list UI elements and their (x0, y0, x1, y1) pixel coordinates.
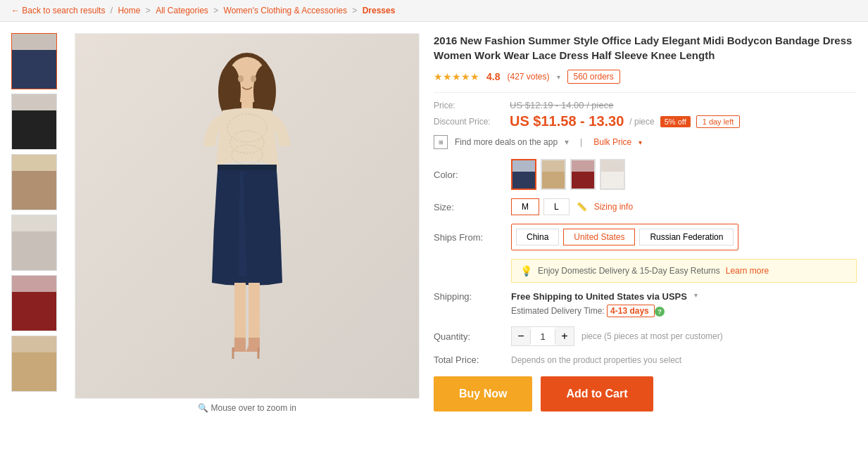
size-m-button[interactable]: M (511, 198, 539, 215)
action-buttons: Buy Now Add to Cart (434, 376, 857, 411)
quantity-label: Quantity: (434, 331, 504, 342)
off-badge: 5% off (660, 116, 691, 127)
svg-point-14 (251, 75, 256, 82)
breadcrumb: ← Back to search results / Home > All Ca… (0, 0, 868, 22)
per-piece: / piece (629, 117, 654, 127)
price-section: Price: US $12.19 - 14.00 / piece Discoun… (434, 92, 857, 149)
svg-point-13 (238, 75, 244, 82)
main-image-section: Mouse over to zoom in (75, 33, 420, 413)
est-delivery-label: Estimated Delivery Time: (511, 306, 605, 316)
domestic-delivery-banner: 💡 Enjoy Domestic Delivery & 15-Day Easy … (511, 259, 857, 283)
app-deals-row: ⊞ Find more deals on the app ▾ | Bulk Pr… (434, 135, 857, 149)
estimated-delivery-row: Estimated Delivery Time: 4-13 days ? (511, 306, 857, 317)
orders-badge: 560 orders (567, 70, 620, 84)
main-price: US $11.58 - 13.30 (510, 113, 624, 129)
separator: > (213, 6, 220, 15)
color-swatch-white[interactable] (600, 159, 625, 190)
color-swatches (511, 159, 625, 190)
star-rating: ★★★★★ (434, 71, 479, 82)
total-price-row: Total Price: Depends on the product prop… (434, 355, 857, 365)
ship-us-button[interactable]: United States (563, 229, 635, 245)
separator: > (352, 6, 359, 15)
thumbnail-2[interactable] (11, 94, 57, 150)
zoom-hint: Mouse over to zoom in (75, 403, 420, 413)
ship-china-button[interactable]: China (516, 229, 559, 245)
svg-rect-9 (234, 283, 246, 339)
thumbnail-1[interactable] (11, 33, 57, 89)
category-link[interactable]: Women's Clothing & Accessories (224, 6, 347, 15)
bulk-price-arrow: ▾ (639, 139, 642, 146)
app-deal-text: Find more deals on the app (455, 137, 558, 147)
color-swatch-beige[interactable] (541, 159, 566, 190)
ships-from-buttons: China United States Russian Federation (511, 224, 738, 250)
ships-from-row: Ships From: China United States Russian … (434, 224, 857, 250)
discount-price-row: Discount Price: US $11.58 - 13.30 / piec… (434, 113, 857, 129)
dropdown-arrow-icon: ▾ (565, 137, 569, 147)
separator: / (111, 6, 115, 15)
total-value: Depends on the product properties you se… (511, 355, 681, 365)
thumbnail-6[interactable] (11, 336, 57, 392)
shipping-value: Free Shipping to United States via USPS (511, 291, 687, 302)
price-label: Price: (434, 101, 504, 110)
domestic-text: Enjoy Domestic Delivery & 15-Day Easy Re… (538, 266, 720, 276)
size-row: Size: M L 📏 Sizing info (434, 198, 857, 215)
total-label: Total Price: (434, 355, 504, 365)
delivery-time: 4-13 days (610, 306, 649, 316)
thumbnail-list (11, 33, 61, 413)
page-content: Mouse over to zoom in 2016 New Fashion S… (0, 22, 868, 424)
quantity-value: 1 (530, 329, 555, 344)
bulb-icon: 💡 (520, 265, 532, 276)
product-title: 2016 New Fashion Summer Style Office Lad… (434, 33, 857, 63)
color-row: Color: (434, 159, 857, 190)
sizing-info-link[interactable]: Sizing info (594, 202, 633, 212)
quantity-increase-button[interactable]: + (555, 327, 574, 345)
rating-row: ★★★★★ 4.8 (427 votes) ▾ 560 orders (434, 70, 857, 84)
back-arrow-icon: ← (11, 6, 20, 15)
current-page: Dresses (363, 6, 396, 15)
buy-now-button[interactable]: Buy Now (434, 376, 532, 411)
votes-link[interactable]: (427 votes) (507, 72, 549, 82)
size-buttons: M L (511, 198, 570, 215)
back-to-results-link[interactable]: ← Back to search results (11, 6, 108, 15)
dropdown-arrow-icon: ▾ (557, 73, 560, 81)
thumbnail-3[interactable] (11, 154, 57, 210)
learn-more-link[interactable]: Learn more (726, 266, 769, 276)
bulk-price-link[interactable]: Bulk Price (593, 137, 631, 147)
color-swatch-navy[interactable] (511, 159, 536, 190)
product-details: 2016 New Fashion Summer Style Office Lad… (434, 33, 857, 413)
thumbnail-5[interactable] (11, 275, 57, 331)
size-label: Size: (434, 202, 504, 212)
quantity-note: piece (5 pieces at most per customer) (581, 331, 723, 341)
thumbnail-4[interactable] (11, 215, 57, 271)
color-swatch-red[interactable] (570, 159, 596, 190)
quantity-controls: − 1 + (511, 326, 574, 346)
all-categories-link[interactable]: All Categories (156, 6, 208, 15)
original-price: US $12.19 - 14.00 / piece (510, 100, 613, 110)
add-to-cart-button[interactable]: Add to Cart (541, 376, 653, 411)
quantity-decrease-button[interactable]: − (512, 327, 530, 345)
separator: > (146, 6, 153, 15)
time-badge: 1 day left (696, 115, 741, 128)
ships-from-label: Ships From: (434, 232, 504, 243)
rating-number: 4.8 (486, 71, 500, 82)
main-product-image (75, 33, 420, 399)
shipping-label: Shipping: (434, 291, 504, 302)
quantity-row: Quantity: − 1 + piece (5 pieces at most … (434, 326, 857, 346)
home-link[interactable]: Home (118, 6, 140, 15)
delivery-time-highlight: 4-13 days (607, 305, 655, 317)
ruler-icon: 📏 (577, 202, 587, 212)
color-label: Color: (434, 170, 504, 180)
size-l-button[interactable]: L (543, 198, 570, 215)
discount-label: Discount Price: (434, 117, 504, 127)
shipping-row: Shipping: Free Shipping to United States… (434, 291, 857, 302)
help-icon[interactable]: ? (655, 307, 665, 317)
qr-icon: ⊞ (434, 135, 448, 149)
shipping-dropdown-icon[interactable]: ▾ (694, 291, 698, 299)
original-price-row: Price: US $12.19 - 14.00 / piece (434, 100, 857, 110)
ship-russia-button[interactable]: Russian Federation (639, 229, 734, 245)
svg-rect-10 (249, 283, 260, 339)
